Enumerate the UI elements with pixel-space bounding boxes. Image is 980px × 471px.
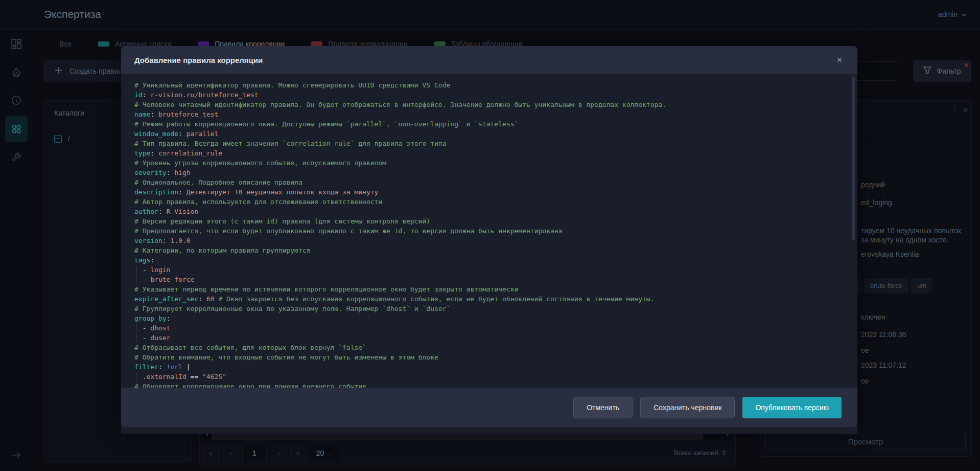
code-line: # Предполагается, что если будет опублик…	[134, 226, 857, 236]
code-line: name: bruteforce_test	[134, 109, 857, 119]
code-line: # Уникальный идентификатор правила. Можн…	[134, 80, 857, 90]
code-line: id: r-vision.ru/bruteforce_test	[134, 90, 857, 100]
close-icon[interactable]: ×	[833, 53, 846, 66]
add-correlation-rule-modal: Добавление правила корреляции × # Уникал…	[121, 46, 857, 427]
modal-title: Добавление правила корреляции	[134, 56, 263, 64]
code-line: window_mode: parallel	[134, 129, 857, 139]
code-line: filter: !vrl |	[134, 362, 857, 372]
code-scrollbar[interactable]	[852, 77, 855, 240]
code-line: # Уровень угрозы корреляционного события…	[134, 158, 857, 168]
cancel-button[interactable]: Отменить	[573, 397, 633, 418]
publish-version-button[interactable]: Опубликовать версию	[742, 397, 842, 418]
code-line: group_by:	[134, 313, 857, 323]
code-line: version: 1.0.0	[134, 236, 857, 245]
code-line: - brute-force	[134, 275, 857, 284]
modal-footer: Отменить Сохранить черновик Опубликовать…	[121, 388, 857, 427]
code-line: # Опциональное. Подробное описание прави…	[134, 177, 857, 187]
modal-header: Добавление правила корреляции ×	[121, 46, 857, 74]
code-line: # Группирует корреляционные окна по указ…	[134, 304, 857, 313]
code-line: - dhost	[134, 323, 857, 333]
yaml-code-editor[interactable]: # Уникальный идентификатор правила. Можн…	[121, 74, 857, 434]
code-line: expire_after_sec: 60 # Окно закроется бе…	[134, 294, 857, 304]
code-line: # Категории, по которым правила группиру…	[134, 245, 857, 255]
code-line: # Автор правила, используется для отслеж…	[134, 197, 857, 207]
app-root: Экспертиза admin R·	[0, 0, 980, 471]
code-line: description: Детектирует 10 неудачных по…	[134, 187, 857, 197]
code-line: # Тип правила. Всегда имеет значения `co…	[134, 139, 857, 148]
code-line: # Указывает период времени по истечении …	[134, 284, 857, 294]
code-line: .externalId == "4625"	[134, 372, 857, 382]
code-line: type: correlation_rule	[134, 148, 857, 158]
code-line: severity: high	[134, 168, 857, 177]
code-line: # Режим работы корреляционного окна. Дос…	[134, 119, 857, 129]
code-line: # Человеко читаемый идентификатор правил…	[134, 100, 857, 109]
code-line: tags:	[134, 255, 857, 265]
code-line: - duser	[134, 333, 857, 343]
code-line: # Отбрасывает все события, для которых б…	[134, 343, 857, 352]
save-draft-button[interactable]: Сохранить черновик	[640, 397, 735, 418]
code-line: # Версия редакции этого (с таким id) пра…	[134, 216, 857, 226]
code-line: - login	[134, 265, 857, 275]
code-line: # Обратите внимание, что входные события…	[134, 352, 857, 362]
code-line: author: R-Vision	[134, 207, 857, 216]
